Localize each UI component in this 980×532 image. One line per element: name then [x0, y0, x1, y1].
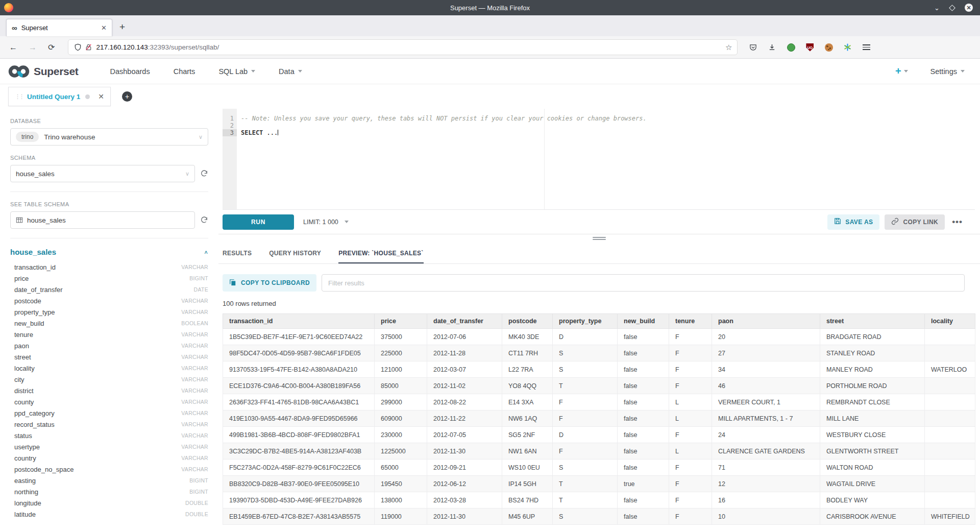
table-row[interactable]: F5C273AC-0D2A-458F-8279-9C61F0C22EC6 650… [223, 460, 975, 476]
window-maximize-icon[interactable] [949, 5, 955, 11]
column-header[interactable]: new_build [618, 314, 669, 329]
column-list-item[interactable]: locality VARCHAR [10, 362, 208, 374]
table-row[interactable]: ECE1D376-C9A6-4C00-B004-A380B189FA56 850… [223, 378, 975, 394]
asterisk-extension-icon[interactable] [843, 43, 852, 52]
tab-results[interactable]: RESULTS [223, 244, 252, 263]
table-select[interactable]: house_sales [10, 211, 195, 229]
window-close-icon[interactable]: ✕ [965, 4, 973, 12]
table-row[interactable]: 91370533-19F5-47FE-B142-A380A8ADA210 121… [223, 361, 975, 378]
column-list-item[interactable]: postcode_no_space VARCHAR [10, 464, 208, 475]
column-list-item[interactable]: date_of_transfer DATE [10, 284, 208, 295]
refresh-table-icon[interactable] [200, 216, 208, 224]
tab-preview-house-sales[interactable]: PREVIEW: `HOUSE_SALES` [338, 244, 423, 263]
pocket-icon[interactable] [749, 43, 757, 52]
ublock-icon[interactable]: UO [805, 43, 814, 52]
schema-select[interactable]: house_sales ∨ [10, 165, 195, 182]
table-row[interactable]: 98F5DC47-0D05-4D59-95B7-98CA6F1FDE05 225… [223, 345, 975, 361]
menu-hamburger-icon[interactable] [862, 43, 871, 52]
column-header[interactable]: paon [712, 314, 820, 329]
column-list-item[interactable]: transaction_id VARCHAR [10, 261, 208, 273]
column-list-item[interactable]: latitude DOUBLE [10, 509, 208, 520]
superset-logo-icon[interactable] [7, 64, 31, 79]
sql-editor[interactable]: 1 2 3 -- Note: Unless you save your quer… [223, 109, 975, 210]
table-row[interactable]: 419E1030-9A55-4467-8DA9-9FED95D65966 609… [223, 410, 975, 427]
table-row[interactable]: 2636F323-FF41-4765-81DB-98CAA6A43BC1 299… [223, 394, 975, 410]
copy-link-button[interactable]: COPY LINK [885, 214, 945, 230]
column-list-item[interactable]: district VARCHAR [10, 385, 208, 396]
nav-item-dashboards[interactable]: Dashboards [110, 67, 150, 76]
column-list-item[interactable]: northing BIGINT [10, 486, 208, 497]
save-as-button[interactable]: SAVE AS [827, 214, 879, 230]
new-tab-button[interactable]: + [119, 21, 125, 33]
column-list-item[interactable]: paon VARCHAR [10, 340, 208, 351]
column-header[interactable]: price [375, 314, 427, 329]
back-icon[interactable]: ← [9, 43, 17, 52]
column-list-item[interactable]: record_status VARCHAR [10, 419, 208, 430]
column-header[interactable]: tenure [669, 314, 712, 329]
cookie-extension-icon[interactable] [824, 43, 833, 52]
column-list-item[interactable]: county VARCHAR [10, 396, 208, 407]
table-row[interactable]: 1B5C39ED-BE7F-41EF-9E71-9C60EED74A22 375… [223, 329, 975, 345]
bookmark-star-icon[interactable]: ☆ [725, 43, 732, 52]
column-list-item[interactable]: tenure VARCHAR [10, 329, 208, 340]
table-row[interactable]: 3C3C29DC-B7B2-4BE5-914A-A38123AF403B 122… [223, 443, 975, 460]
lock-slash-icon[interactable] [84, 43, 93, 52]
column-list-item[interactable]: usertype VARCHAR [10, 441, 208, 452]
column-header[interactable]: street [820, 314, 925, 329]
query-tab-title[interactable]: Untitled Query 1 [27, 93, 80, 101]
copy-to-clipboard-button[interactable]: COPY TO CLIPBOARD [223, 274, 316, 292]
resize-handle-icon[interactable] [593, 237, 606, 240]
table-row[interactable]: 499B1981-3B6B-4BCD-808F-9FED9802BFA1 230… [223, 427, 975, 443]
nav-item-data[interactable]: Data [279, 67, 302, 76]
query-tab[interactable]: ⋮⋮ Untitled Query 1 ✕ [8, 87, 111, 106]
nav-item-sql-lab[interactable]: SQL Lab [218, 67, 255, 76]
table-row[interactable]: EB1459EB-67ED-47C8-B2E7-A38143AB5575 119… [223, 509, 975, 525]
more-actions-button[interactable]: ••• [950, 217, 965, 227]
column-list-item[interactable]: city VARCHAR [10, 374, 208, 385]
column-header[interactable]: date_of_transfer [427, 314, 502, 329]
tracking-shield-icon[interactable] [74, 43, 82, 52]
downloads-icon[interactable] [768, 43, 776, 52]
forward-icon[interactable]: → [29, 43, 37, 52]
url-bar[interactable]: 217.160.120.143:32393/superset/sqllab/ ☆ [68, 39, 738, 55]
column-list: transaction_id VARCHAR price BIGINT date… [10, 261, 208, 520]
column-list-item[interactable]: ppd_category VARCHAR [10, 407, 208, 419]
column-header[interactable]: transaction_id [223, 314, 375, 329]
drag-handle-icon[interactable]: ⋮⋮ [15, 93, 23, 100]
table-row[interactable]: BB8320C9-D82B-4B37-90E0-9FEE05095E10 195… [223, 476, 975, 492]
limit-dropdown[interactable]: LIMIT: 1 000 [303, 219, 349, 226]
run-button[interactable]: RUN [223, 214, 294, 230]
tab-close-icon[interactable]: ✕ [101, 24, 107, 32]
table-row[interactable]: 193907D3-5DBD-453D-A49E-9FEE27DAB926 138… [223, 492, 975, 509]
column-list-item[interactable]: new_build BOOLEAN [10, 318, 208, 329]
privacy-badger-icon[interactable] [787, 43, 795, 52]
column-header[interactable]: postcode [502, 314, 553, 329]
query-tab-close-icon[interactable]: ✕ [98, 92, 104, 101]
chevron-up-icon[interactable]: ∧ [204, 249, 208, 255]
new-plus-button[interactable]: + [895, 65, 908, 77]
refresh-schema-icon[interactable] [200, 170, 208, 178]
browser-tab[interactable]: ∞ Superset ✕ [6, 19, 112, 36]
nav-item-charts[interactable]: Charts [174, 67, 195, 76]
window-minimize-icon[interactable]: ⌄ [934, 5, 940, 11]
table-schema-heading[interactable]: house_sales [10, 248, 56, 256]
column-list-item[interactable]: street VARCHAR [10, 351, 208, 362]
filter-results-input[interactable] [322, 274, 965, 292]
column-list-item[interactable]: price BIGINT [10, 273, 208, 284]
reload-icon[interactable]: ⟳ [48, 42, 55, 52]
column-list-item[interactable]: longitude DOUBLE [10, 497, 208, 509]
database-select[interactable]: trino Trino warehouse ∨ [10, 128, 208, 146]
tab-query-history[interactable]: QUERY HISTORY [269, 244, 321, 263]
superset-wordmark[interactable]: Superset [34, 65, 78, 78]
column-name: longitude [14, 499, 41, 507]
editor-code[interactable]: -- Note: Unless you save your query, the… [237, 109, 647, 209]
column-header[interactable]: property_type [553, 314, 618, 329]
column-list-item[interactable]: country VARCHAR [10, 452, 208, 464]
column-list-item[interactable]: postcode VARCHAR [10, 295, 208, 306]
column-list-item[interactable]: property_type VARCHAR [10, 306, 208, 318]
column-header[interactable]: locality [925, 314, 975, 329]
settings-menu[interactable]: Settings [930, 67, 965, 76]
add-query-tab-button[interactable]: + [122, 91, 132, 102]
column-list-item[interactable]: easting BIGINT [10, 475, 208, 486]
column-list-item[interactable]: status VARCHAR [10, 430, 208, 441]
